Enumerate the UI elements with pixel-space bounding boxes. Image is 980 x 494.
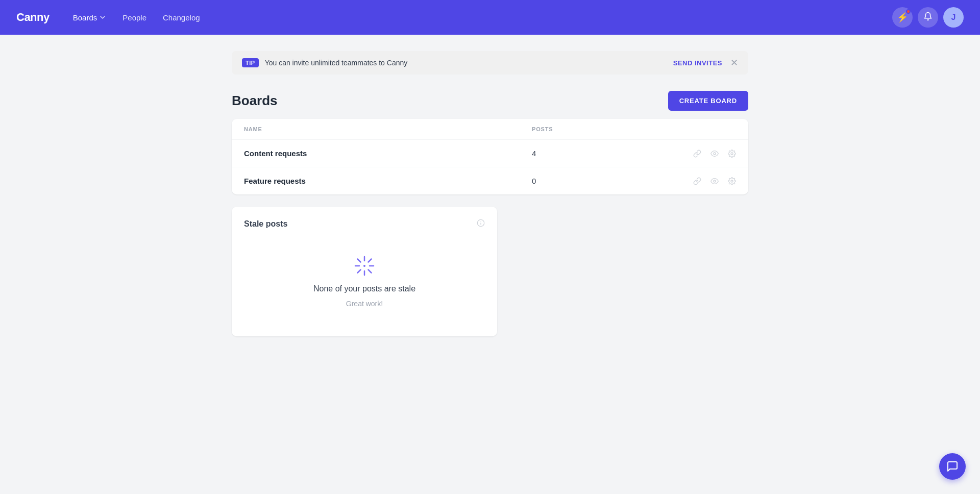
eye-icon[interactable] — [710, 150, 719, 158]
boards-table: NAME POSTS Content requests 4 — [232, 119, 748, 194]
settings-icon[interactable] — [728, 177, 736, 185]
svg-point-1 — [731, 153, 733, 155]
navbar-right: ⚡ J — [892, 7, 964, 28]
svg-line-13 — [369, 270, 372, 273]
stale-posts-header: Stale posts — [244, 219, 485, 229]
column-posts-header: POSTS — [532, 126, 634, 132]
main-content: TIP You can invite unlimited teammates t… — [219, 35, 761, 353]
lightning-icon: ⚡ — [897, 12, 908, 23]
user-avatar[interactable]: J — [943, 7, 964, 28]
tip-text: You can invite unlimited teammates to Ca… — [265, 59, 408, 67]
send-invites-button[interactable]: SEND INVITES — [673, 59, 722, 67]
navbar-left: Canny Boards People Changelog — [16, 9, 207, 26]
link-icon[interactable] — [693, 177, 701, 185]
table-header: NAME POSTS — [232, 119, 748, 140]
table-row: Feature requests 0 — [232, 167, 748, 194]
table-row: Content requests 4 — [232, 140, 748, 167]
svg-point-0 — [714, 153, 716, 155]
board-name-feature-requests: Feature requests — [244, 177, 532, 185]
svg-line-15 — [358, 270, 361, 273]
board-posts-content-requests: 4 — [532, 149, 634, 158]
stale-posts-card: Stale posts — [232, 207, 497, 336]
column-actions-header — [634, 126, 736, 132]
board-posts-feature-requests: 0 — [532, 177, 634, 185]
stale-posts-body: None of your posts are stale Great work! — [244, 229, 485, 324]
nav-menu: Boards People Changelog — [66, 9, 207, 26]
svg-point-3 — [731, 180, 733, 182]
bell-button[interactable] — [918, 7, 938, 28]
stale-posts-empty-title: None of your posts are stale — [313, 284, 415, 293]
boards-section-header: Boards CREATE BOARD — [232, 91, 748, 111]
notifications-button[interactable]: ⚡ — [892, 7, 913, 28]
notification-dot — [906, 9, 911, 14]
nav-item-boards[interactable]: Boards — [66, 9, 114, 26]
close-tip-button[interactable]: ✕ — [730, 58, 738, 67]
page-title: Boards — [232, 93, 278, 109]
tip-banner-left: TIP You can invite unlimited teammates t… — [242, 58, 407, 67]
tip-banner-right: SEND INVITES ✕ — [673, 58, 738, 67]
eye-icon[interactable] — [710, 177, 719, 185]
row-actions-content-requests — [634, 150, 736, 158]
svg-line-12 — [358, 259, 361, 262]
svg-point-7 — [363, 265, 365, 267]
stale-spinner-icon — [352, 254, 377, 278]
stale-posts-empty-subtitle: Great work! — [346, 300, 383, 308]
info-icon[interactable] — [477, 219, 485, 229]
app-logo[interactable]: Canny — [16, 11, 50, 24]
chat-widget-button[interactable] — [939, 453, 966, 480]
chevron-down-icon — [99, 14, 106, 21]
nav-item-people[interactable]: People — [115, 9, 154, 26]
nav-item-changelog[interactable]: Changelog — [156, 9, 207, 26]
navbar: Canny Boards People Changelog ⚡ — [0, 0, 980, 35]
stale-posts-title: Stale posts — [244, 219, 287, 229]
tip-banner: TIP You can invite unlimited teammates t… — [232, 51, 748, 75]
settings-icon[interactable] — [728, 150, 736, 158]
link-icon[interactable] — [693, 150, 701, 158]
row-actions-feature-requests — [634, 177, 736, 185]
bell-icon — [923, 12, 933, 23]
svg-line-14 — [369, 259, 372, 262]
board-name-content-requests: Content requests — [244, 149, 532, 158]
create-board-button[interactable]: CREATE BOARD — [668, 91, 748, 111]
tip-badge: TIP — [242, 58, 259, 67]
chat-icon — [946, 460, 959, 473]
column-name-header: NAME — [244, 126, 532, 132]
svg-point-2 — [714, 180, 716, 182]
